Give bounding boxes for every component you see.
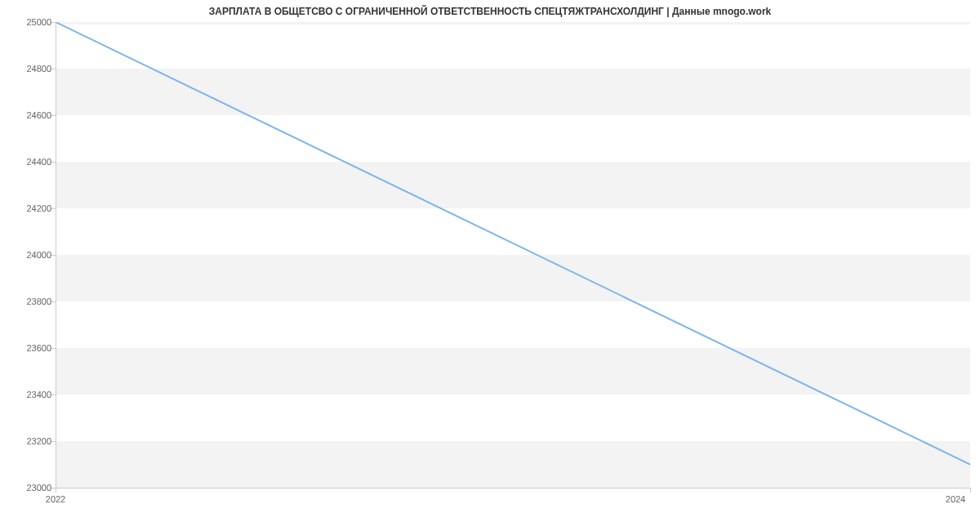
y-tick-label: 24400: [7, 157, 51, 167]
y-tick-label: 23600: [7, 343, 51, 353]
y-tick-label: 25000: [7, 17, 51, 27]
x-tick-label: 2024: [946, 494, 965, 504]
y-tick-label: 24200: [7, 203, 51, 213]
x-axis-line: [56, 488, 970, 489]
chart-container: ЗАРПЛАТА В ОБЩЕТСВО С ОГРАНИЧЕННОЙ ОТВЕТ…: [0, 0, 980, 531]
y-tick-label: 24000: [7, 250, 51, 260]
y-axis-line: [56, 22, 56, 488]
y-tick-label: 23800: [7, 297, 51, 306]
y-tick-label: 23200: [7, 436, 51, 446]
data-line: [56, 22, 970, 488]
x-tick: [970, 488, 971, 493]
y-tick-label: 23000: [7, 483, 51, 493]
plot-area: [56, 22, 970, 488]
y-tick-label: 24800: [7, 64, 51, 74]
x-tick: [56, 488, 56, 493]
y-tick-label: 23400: [7, 390, 51, 399]
chart-title: ЗАРПЛАТА В ОБЩЕТСВО С ОГРАНИЧЕННОЙ ОТВЕТ…: [0, 6, 980, 17]
x-tick-label: 2022: [46, 494, 65, 504]
y-tick-label: 24600: [7, 110, 51, 120]
